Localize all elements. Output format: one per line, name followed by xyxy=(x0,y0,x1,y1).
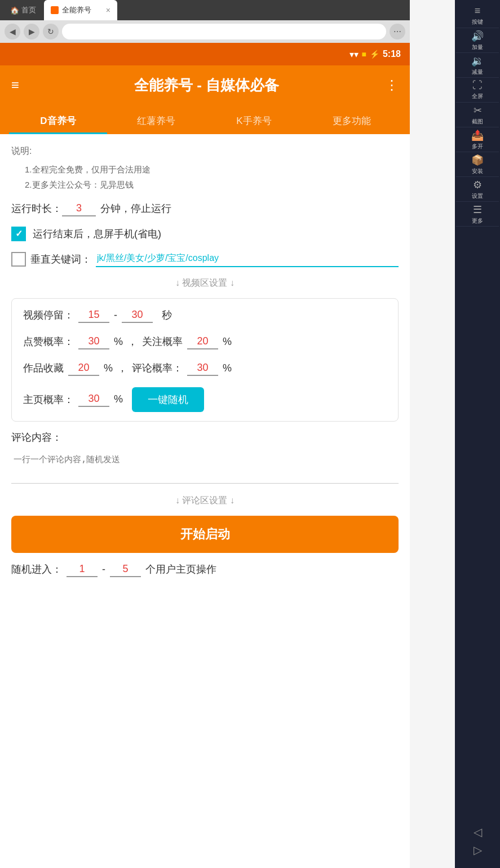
home-tab-label: 首页 xyxy=(21,5,36,15)
comment-rate-label: 评论概率： xyxy=(132,361,183,375)
tab-close-btn[interactable]: × xyxy=(106,6,110,15)
collect-input[interactable] xyxy=(68,361,99,376)
app-title: 全能养号 - 自媒体必备 xyxy=(28,76,385,95)
side-btn-screenshot-label: 截图 xyxy=(472,118,483,126)
screen-off-checkbox[interactable]: ✓ xyxy=(11,227,26,241)
side-btn-multiopen-label: 多开 xyxy=(472,143,483,150)
nav-tabs: D音养号 红薯养号 K手养号 更多功能 xyxy=(0,105,410,134)
run-duration-row: 运行时长： 分钟，停止运行 xyxy=(11,201,399,216)
keywords-input[interactable] xyxy=(96,251,399,267)
status-icons: ▾▾ ■ ⚡ 5:18 xyxy=(349,49,401,60)
settings-icon: ⚙ xyxy=(473,179,482,191)
side-btn-vol-down-label: 减量 xyxy=(472,68,483,76)
more-options-icon[interactable]: ⋮ xyxy=(385,77,399,93)
comment-label: 评论内容： xyxy=(11,431,399,444)
side-btn-vol-up-label: 加量 xyxy=(472,43,483,51)
desc-line1: 1.全程完全免费，仅用于合法用途 xyxy=(11,162,399,177)
home-icon: 🏠 xyxy=(10,6,19,15)
tab-d-music[interactable]: D音养号 xyxy=(9,108,107,134)
vol-up-icon: 🔊 xyxy=(471,30,484,42)
install-icon: 📦 xyxy=(471,154,484,166)
status-bar: ▾▾ ■ ⚡ 5:18 xyxy=(0,43,410,65)
home-rate-unit: % xyxy=(114,393,123,405)
like-follow-row: 点赞概率： % ， 关注概率 % xyxy=(23,334,387,349)
app-container: 🏠 首页 全能养号 × ◀ ▶ ↻ ⋯ ▾▾ ■ ⚡ 5:18 xyxy=(0,0,455,868)
random-btn[interactable]: 一键随机 xyxy=(132,387,204,412)
like-label: 点赞概率： xyxy=(23,335,74,348)
keywords-checkbox[interactable] xyxy=(11,252,26,267)
active-tab[interactable]: 全能养号 × xyxy=(44,0,117,20)
video-stay-max-input[interactable] xyxy=(122,308,153,323)
random-range-prefix: 随机进入： xyxy=(11,563,62,576)
signal-icon: ■ xyxy=(362,50,366,59)
comment-section-divider: ↓ 评论区设置 ↓ xyxy=(11,495,399,507)
video-section-divider: ↓ 视频区设置 ↓ xyxy=(11,277,399,289)
status-time: 5:18 xyxy=(383,49,401,59)
side-btn-vol-down[interactable]: 🔉 减量 xyxy=(456,53,499,78)
random-range-max-input[interactable] xyxy=(110,562,141,577)
screenshot-icon: ✂ xyxy=(474,104,482,117)
collect-label: 作品收藏 xyxy=(23,361,64,375)
nav-arrows: ◁ ▷ xyxy=(474,825,482,857)
wifi-icon: ▾▾ xyxy=(349,49,359,60)
like-input[interactable] xyxy=(78,334,109,349)
side-btn-more[interactable]: ☰ 更多 xyxy=(456,202,499,227)
key-icon: ≡ xyxy=(475,5,481,17)
run-duration-unit: 分钟，停止运行 xyxy=(100,202,171,215)
random-range-sep: - xyxy=(102,564,105,575)
like-unit: % xyxy=(114,336,123,348)
side-btn-key[interactable]: ≡ 按键 xyxy=(456,3,499,28)
keywords-label: 垂直关键词： xyxy=(30,253,91,266)
tab-red-potato[interactable]: 红薯养号 xyxy=(107,108,205,134)
comment-rate-input[interactable] xyxy=(187,361,218,376)
home-rate-input[interactable] xyxy=(78,392,109,407)
forward-btn[interactable]: ▶ xyxy=(24,24,39,39)
side-btn-more-label: 更多 xyxy=(472,217,483,225)
sep2: ， xyxy=(117,361,127,375)
nav-arrow-left[interactable]: ◁ xyxy=(474,825,482,839)
side-btn-multiopen[interactable]: 📤 多开 xyxy=(456,127,499,152)
random-range-row: 随机进入： - 个用户主页操作 xyxy=(11,562,399,577)
active-tab-title: 全能养号 xyxy=(62,5,91,15)
side-btn-install[interactable]: 📦 安装 xyxy=(456,152,499,177)
address-bar[interactable] xyxy=(62,24,386,39)
random-range-min-input[interactable] xyxy=(67,562,98,577)
video-stay-min-input[interactable] xyxy=(78,308,109,323)
collect-comment-row: 作品收藏 % ， 评论概率： % xyxy=(23,361,387,376)
back-btn[interactable]: ◀ xyxy=(5,24,20,39)
run-duration-input[interactable] xyxy=(62,201,96,216)
follow-input[interactable] xyxy=(187,334,218,349)
video-stay-separator: - xyxy=(114,309,117,321)
multiopen-icon: 📤 xyxy=(471,129,484,141)
tab-more-functions[interactable]: 更多功能 xyxy=(303,108,401,134)
hamburger-menu-icon[interactable]: ≡ xyxy=(11,77,19,93)
side-btn-install-label: 安装 xyxy=(472,167,483,175)
side-btn-settings[interactable]: ⚙ 设置 xyxy=(456,177,499,202)
nav-arrow-right[interactable]: ▷ xyxy=(474,843,482,857)
battery-indicator: ⚡ xyxy=(370,50,379,59)
start-button[interactable]: 开始启动 xyxy=(11,516,399,553)
comment-textarea[interactable] xyxy=(11,450,399,484)
run-duration-label: 运行时长： xyxy=(11,202,62,215)
desc-title: 说明: xyxy=(11,143,399,160)
video-stay-label: 视频停留： xyxy=(23,308,74,322)
random-range-suffix: 个用户主页操作 xyxy=(145,563,216,576)
content-area: 说明: 1.全程完全免费，仅用于合法用途 2.更多关注公众号：见异思钱 运行时长… xyxy=(0,134,410,868)
browser-tab-bar: 🏠 首页 全能养号 × xyxy=(0,0,410,20)
collect-unit: % xyxy=(104,362,113,374)
browser-toolbar: ◀ ▶ ↻ ⋯ xyxy=(0,20,410,43)
tab-k-hand[interactable]: K手养号 xyxy=(205,108,303,134)
refresh-btn[interactable]: ↻ xyxy=(43,24,59,39)
start-section: 开始启动 随机进入： - 个用户主页操作 xyxy=(11,516,399,586)
side-btn-screenshot[interactable]: ✂ 截图 xyxy=(456,103,499,127)
more-icon-side: ☰ xyxy=(473,203,482,216)
fullscreen-icon: ⛶ xyxy=(472,79,483,91)
follow-unit: % xyxy=(223,336,232,348)
home-tab[interactable]: 🏠 首页 xyxy=(5,2,42,18)
side-btn-fullscreen[interactable]: ⛶ 全屏 xyxy=(456,78,499,103)
side-btn-fullscreen-label: 全屏 xyxy=(472,92,483,100)
video-stay-row: 视频停留： - 秒 xyxy=(23,308,387,323)
home-rate-row: 主页概率： % 一键随机 xyxy=(23,387,387,412)
side-btn-vol-up[interactable]: 🔊 加量 xyxy=(456,28,499,53)
menu-btn[interactable]: ⋯ xyxy=(390,24,405,39)
